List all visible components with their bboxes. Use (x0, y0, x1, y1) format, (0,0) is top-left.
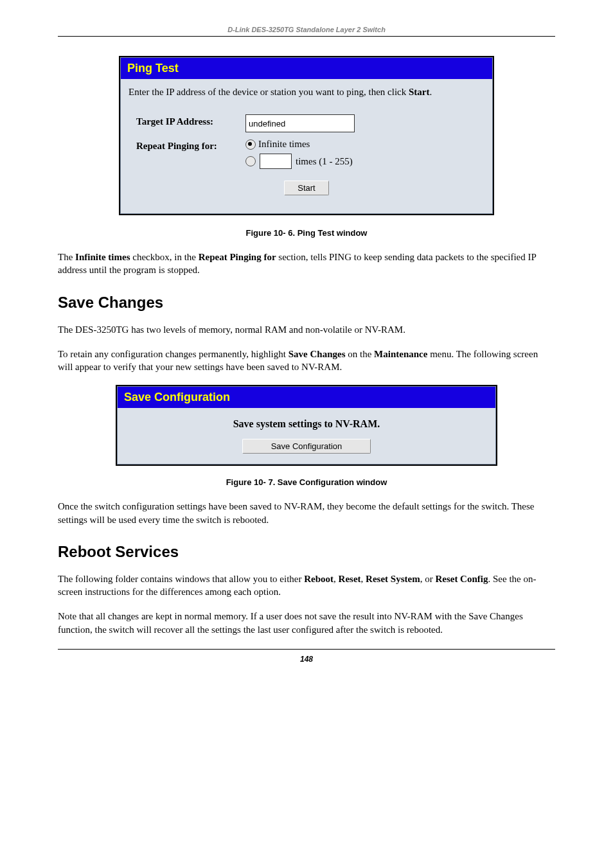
txt: To retain any configuration changes perm… (58, 349, 289, 359)
txt: The following folder contains windows th… (58, 574, 304, 584)
header-divider (58, 36, 555, 37)
txt-bold: Reset System (366, 574, 420, 584)
txt-bold: Reset Config (435, 574, 488, 584)
n-times-radio[interactable] (245, 156, 256, 166)
target-ip-label: Target IP Address: (136, 114, 245, 127)
txt-bold: Repeat Pinging for (199, 252, 276, 262)
target-ip-input[interactable] (245, 114, 355, 132)
save-configuration-button[interactable]: Save Configuration (242, 439, 371, 454)
ping-test-screenshot: Ping Test Enter the IP address of the de… (119, 56, 494, 215)
start-button[interactable]: Start (284, 181, 328, 195)
reboot-services-heading: Reboot Services (58, 543, 555, 561)
infinite-times-label: Infinite times (258, 139, 310, 150)
ping-intro-prefix: Enter the IP address of the device or st… (129, 87, 409, 97)
ping-intro-suffix: . (430, 87, 432, 97)
save-figure-caption: Figure 10- 7. Save Configuration window (58, 477, 555, 487)
footer-divider (58, 649, 555, 650)
page-number: 148 (58, 655, 555, 664)
save-p3: Once the switch configuration settings h… (58, 500, 555, 526)
ping-description-paragraph: The Infinite times checkbox, in the Repe… (58, 251, 555, 277)
txt: on the (345, 349, 374, 359)
save-changes-heading: Save Changes (58, 294, 555, 312)
ping-figure-caption: Figure 10- 6. Ping Test window (58, 228, 555, 238)
save-body-title: Save system settings to NV-RAM. (118, 414, 495, 439)
txt: The (58, 252, 75, 262)
txt: , or (420, 574, 436, 584)
repeat-pinging-label: Repeat Pinging for: (136, 139, 245, 152)
txt: , (361, 574, 366, 584)
save-panel-title: Save Configuration (118, 387, 495, 408)
doc-header: D-Link DES-3250TG Standalone Layer 2 Swi… (58, 26, 555, 36)
ping-intro-text: Enter the IP address of the device or st… (121, 79, 492, 102)
txt-bold: Save Changes (289, 349, 346, 359)
txt: checkbox, in the (130, 252, 199, 262)
n-times-input[interactable] (260, 154, 292, 169)
txt-bold: Reboot (304, 574, 333, 584)
n-times-label: times (1 - 255) (296, 156, 353, 167)
reboot-p2: Note that all changes are kept in normal… (58, 610, 555, 636)
txt: , (333, 574, 339, 584)
save-p2: To retain any configuration changes perm… (58, 348, 555, 374)
txt-bold: Reset (339, 574, 361, 584)
infinite-times-radio[interactable] (245, 139, 256, 150)
reboot-p1: The following folder contains windows th… (58, 572, 555, 599)
ping-panel-title: Ping Test (121, 58, 492, 79)
txt-bold: Infinite times (75, 252, 130, 262)
ping-intro-start: Start (409, 87, 430, 97)
save-config-screenshot: Save Configuration Save system settings … (116, 385, 497, 466)
save-p1: The DES-3250TG has two levels of memory,… (58, 323, 555, 336)
txt-bold: Maintenance (374, 349, 427, 359)
